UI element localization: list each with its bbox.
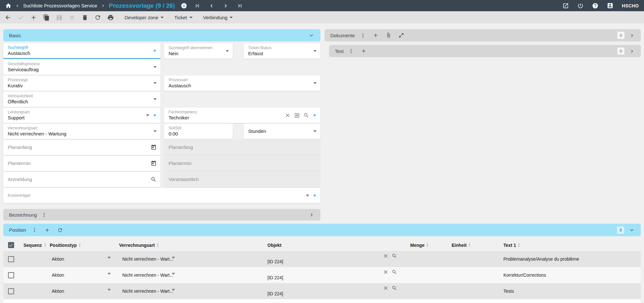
- expand-chevron-right-icon[interactable]: [629, 48, 635, 54]
- account-button[interactable]: [607, 2, 614, 9]
- dropdown-caret-icon[interactable]: [153, 98, 157, 100]
- table-row[interactable]: Aktion Nicht verrechnen - Wart... [ID 22…: [3, 267, 641, 283]
- einheit-cell[interactable]: [438, 283, 486, 299]
- open-record-icon[interactable]: [294, 112, 300, 118]
- kostentraeger-select[interactable]: Kostenträger: [3, 188, 320, 203]
- verrechnungsart-cell[interactable]: Nicht verrechnen - Wart...: [117, 283, 181, 299]
- menge-cell[interactable]: [402, 283, 438, 299]
- objekt-cell[interactable]: [ID 224]: [181, 267, 402, 283]
- column-header-text1[interactable]: Text 1: [486, 243, 641, 248]
- clear-icon[interactable]: [383, 269, 388, 275]
- breadcrumb-root[interactable]: Suchliste Prozessvorlagen Service: [23, 3, 97, 8]
- plananfang-date-field[interactable]: Plananfang: [3, 140, 161, 155]
- dropdown-caret-icon[interactable]: [108, 257, 111, 259]
- verrechnungsart-cell[interactable]: Nicht verrechnen - Wart...: [117, 251, 181, 267]
- section-header-position[interactable]: Position 3: [3, 224, 641, 236]
- table-row[interactable]: Aktion Nicht verrechnen - Wart... [ID 22…: [3, 283, 641, 299]
- dropdown-caret-icon[interactable]: [306, 195, 309, 196]
- add-document-icon[interactable]: [373, 32, 379, 38]
- dropdown-caret-icon[interactable]: [108, 273, 111, 275]
- sollstd-field[interactable]: SollStd 0:00: [164, 124, 233, 139]
- verrechnungsart-select[interactable]: Verrechnungsart Nicht verrechnen - Wartu…: [3, 124, 161, 139]
- search-icon[interactable]: [392, 253, 397, 259]
- refresh-icon[interactable]: [57, 227, 63, 233]
- einheit-cell[interactable]: [438, 251, 486, 267]
- einheit-cell[interactable]: [438, 267, 486, 283]
- leistungsart-select[interactable]: Leistungsart Support: [3, 108, 161, 123]
- sort-icon[interactable]: [78, 243, 82, 247]
- geschaeftsprozess-select[interactable]: Geschäftsprozess Serviceauftrag: [3, 59, 161, 75]
- fachkompetenz-field[interactable]: Fachkompetenz Techniker: [164, 108, 320, 123]
- dropdown-caret-icon[interactable]: [172, 273, 175, 275]
- positionstyp-cell[interactable]: Aktion: [48, 251, 117, 267]
- clear-icon[interactable]: [383, 285, 388, 291]
- objekt-cell[interactable]: [ID 224]: [181, 251, 402, 267]
- clear-icon[interactable]: [383, 253, 388, 259]
- section-header-bezeichnung[interactable]: Bezeichnung: [3, 209, 320, 221]
- add-button[interactable]: [30, 14, 37, 21]
- previous-record-button[interactable]: [208, 3, 215, 9]
- more-vert-icon[interactable]: [348, 48, 354, 54]
- open-in-new-button[interactable]: [562, 3, 569, 9]
- more-vert-icon[interactable]: [360, 33, 366, 38]
- collapse-chevron-down-icon[interactable]: [629, 227, 635, 233]
- text1-cell[interactable]: Tests: [486, 283, 641, 299]
- more-vert-icon[interactable]: [32, 227, 37, 233]
- menu-ticket[interactable]: Ticket: [174, 15, 192, 20]
- info-button[interactable]: [181, 3, 187, 9]
- logout-button[interactable]: [577, 3, 584, 9]
- text1-cell[interactable]: Problemanalyse/Analyse du problème: [486, 251, 641, 267]
- dropdown-caret-icon[interactable]: [108, 289, 111, 291]
- calendar-icon[interactable]: [151, 144, 157, 151]
- objekt-cell[interactable]: [ID 224]: [181, 283, 402, 299]
- dropdown-caret-icon[interactable]: [153, 82, 157, 84]
- sort-icon[interactable]: [156, 243, 160, 247]
- menge-cell[interactable]: [402, 251, 438, 267]
- dropdown-caret-icon[interactable]: [172, 289, 175, 291]
- menge-cell[interactable]: [402, 267, 438, 283]
- row-checkbox[interactable]: [8, 272, 14, 278]
- search-icon[interactable]: [303, 112, 309, 118]
- menu-verbindung[interactable]: Verbindung: [203, 15, 233, 20]
- ticket-status-select[interactable]: Ticket-Status Erfasst: [244, 43, 320, 59]
- verrechnungsart-cell[interactable]: Nicht verrechnen - Wart...: [117, 267, 181, 283]
- prozessart-select[interactable]: Prozessart Austausch: [164, 75, 320, 91]
- delete-button[interactable]: [82, 14, 88, 21]
- plantermin-date-field[interactable]: Plantermin: [3, 156, 161, 171]
- column-header-einheit[interactable]: Einheit: [438, 243, 486, 248]
- sort-icon[interactable]: [43, 243, 47, 247]
- column-header-verrechnungsart[interactable]: Verrechnungsart: [117, 243, 181, 248]
- column-header-positionstyp[interactable]: Positionstyp: [48, 243, 117, 248]
- dropdown-caret-icon[interactable]: [313, 50, 317, 52]
- print-button[interactable]: [107, 14, 114, 21]
- help-button[interactable]: [592, 3, 598, 9]
- confirm-button[interactable]: [17, 14, 24, 21]
- row-checkbox[interactable]: [8, 288, 14, 294]
- dropdown-caret-icon[interactable]: [146, 114, 149, 116]
- dropdown-caret-icon[interactable]: [153, 130, 157, 132]
- anmeldung-lookup-field[interactable]: Anmeldung: [3, 172, 161, 187]
- prozesstyp-select[interactable]: Prozesstyp Kurativ: [3, 75, 161, 91]
- section-header-dokumente[interactable]: Dokumente 0: [325, 29, 641, 41]
- expand-chevron-right-icon[interactable]: [629, 32, 635, 39]
- add-text-icon[interactable]: [361, 48, 367, 54]
- select-all-checkbox[interactable]: [8, 242, 14, 248]
- dropdown-caret-icon[interactable]: [313, 82, 317, 84]
- section-header-basis[interactable]: Basis: [3, 29, 320, 41]
- dropdown-caret-icon[interactable]: [226, 50, 229, 52]
- menu-developer-zone[interactable]: Developer zone: [125, 15, 164, 20]
- last-record-button[interactable]: [237, 3, 243, 9]
- copy-button[interactable]: [43, 14, 50, 21]
- positionstyp-cell[interactable]: Aktion: [48, 283, 117, 299]
- column-header-menge[interactable]: Menge: [402, 243, 438, 248]
- expand-chevron-right-icon[interactable]: [309, 212, 315, 218]
- suchbegriff-uebernehmen-select[interactable]: Suchbegriff übernehmen Nein: [164, 43, 233, 59]
- back-button[interactable]: [4, 14, 11, 21]
- table-row[interactable]: Aktion Nicht verrechnen - Wart... [ID 22…: [3, 251, 641, 267]
- section-header-text[interactable]: Text 0: [329, 45, 641, 57]
- sort-icon[interactable]: [467, 243, 472, 247]
- calendar-icon[interactable]: [151, 160, 157, 167]
- column-header-sequenz[interactable]: Sequenz: [19, 243, 48, 248]
- dropdown-caret-icon[interactable]: [153, 66, 157, 68]
- sort-icon[interactable]: [517, 243, 521, 247]
